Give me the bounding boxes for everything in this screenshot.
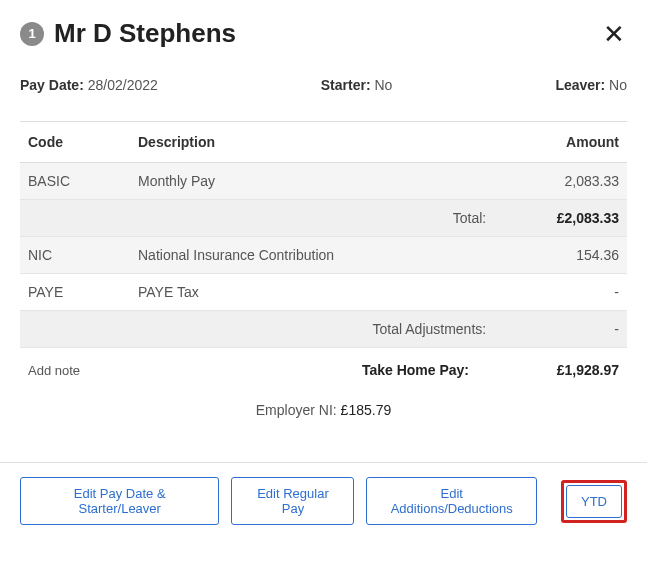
employee-number-badge: 1 [20,22,44,46]
table-row: PAYE PAYE Tax - [20,274,627,311]
col-amount: Amount [494,122,627,163]
pay-date-label: Pay Date: [20,77,84,93]
take-home-value: £1,928.97 [529,362,619,378]
col-description: Description [130,122,494,163]
leaver: Leaver: No [555,77,627,93]
employer-ni: Employer NI: £185.79 [20,388,627,442]
employer-ni-value: £185.79 [341,402,392,418]
adj-total-value: - [494,311,627,348]
cell-amount: - [494,274,627,311]
starter-value: No [374,77,392,93]
cell-code: PAYE [20,274,130,311]
pay-table: Code Description Amount BASIC Monthly Pa… [20,121,627,348]
col-code: Code [20,122,130,163]
total-row: Total: £2,083.33 [20,200,627,237]
employee-name-title: Mr D Stephens [54,18,236,49]
take-home-row: Add note Take Home Pay: £1,928.97 [20,348,627,388]
ytd-button[interactable]: YTD [566,485,622,518]
leaver-value: No [609,77,627,93]
table-header-row: Code Description Amount [20,122,627,163]
table-row: NIC National Insurance Contribution 154.… [20,237,627,274]
adj-total-label: Total Adjustments: [130,311,494,348]
edit-regular-pay-button[interactable]: Edit Regular Pay [231,477,354,525]
adjustments-total-row: Total Adjustments: - [20,311,627,348]
edit-additions-deductions-button[interactable]: Edit Additions/Deductions [366,477,537,525]
total-label: Total: [130,200,494,237]
cell-desc: National Insurance Contribution [130,237,494,274]
pay-date-value: 28/02/2022 [88,77,158,93]
take-home-label: Take Home Pay: [143,362,529,378]
title-wrap: 1 Mr D Stephens [20,18,236,49]
close-icon[interactable]: ✕ [601,19,627,49]
cell-desc: Monthly Pay [130,163,494,200]
total-value: £2,083.33 [494,200,627,237]
cell-desc: PAYE Tax [130,274,494,311]
meta-row: Pay Date: 28/02/2022 Starter: No Leaver:… [20,77,627,93]
leaver-label: Leaver: [555,77,605,93]
dialog-header: 1 Mr D Stephens ✕ [20,18,627,49]
pay-date: Pay Date: 28/02/2022 [20,77,158,93]
edit-pay-date-button[interactable]: Edit Pay Date & Starter/Leaver [20,477,219,525]
add-note-link[interactable]: Add note [28,363,143,378]
cell-amount: 2,083.33 [494,163,627,200]
starter: Starter: No [321,77,393,93]
cell-code: BASIC [20,163,130,200]
cell-code: NIC [20,237,130,274]
employer-ni-label: Employer NI: [256,402,341,418]
starter-label: Starter: [321,77,371,93]
dialog-footer: Edit Pay Date & Starter/Leaver Edit Regu… [0,462,647,525]
payslip-dialog: 1 Mr D Stephens ✕ Pay Date: 28/02/2022 S… [0,0,647,462]
table-row: BASIC Monthly Pay 2,083.33 [20,163,627,200]
cell-amount: 154.36 [494,237,627,274]
ytd-highlight: YTD [561,480,627,523]
